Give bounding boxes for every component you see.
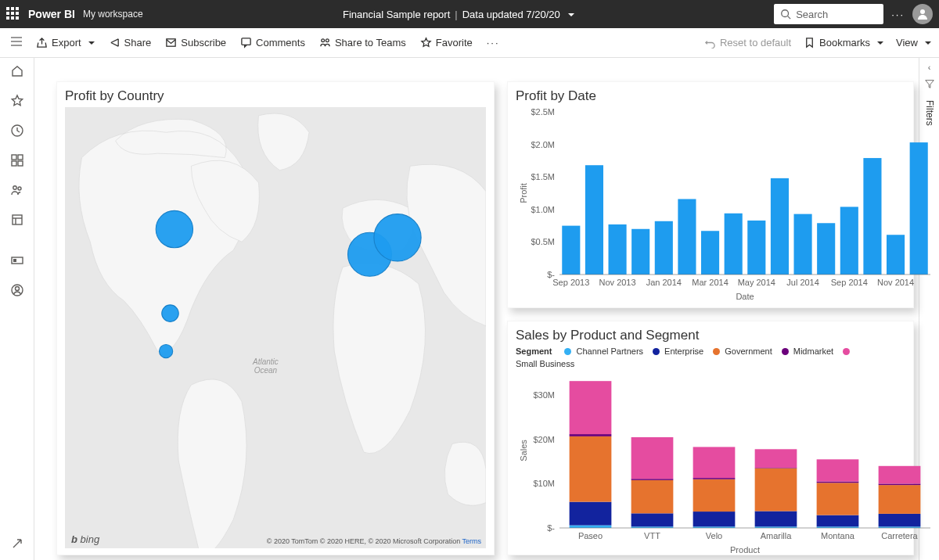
svg-text:$10M: $10M [533, 479, 555, 488]
home-icon[interactable] [10, 64, 24, 78]
svg-text:Date: Date [736, 292, 754, 301]
bar-chart: $-$0.5M$1.0M$1.5M$2.0M$2.5MProfitSep 201… [516, 107, 938, 303]
svg-rect-78 [693, 478, 736, 479]
bubble-usa[interactable] [162, 305, 179, 322]
svg-rect-46 [910, 142, 928, 275]
svg-rect-97 [879, 466, 921, 484]
svg-rect-73 [631, 437, 674, 479]
svg-rect-77 [693, 479, 736, 512]
report-title-area[interactable]: Financial Sample report | Data updated 7… [151, 9, 767, 20]
svg-text:Nov 2014: Nov 2014 [877, 278, 914, 287]
reset-button[interactable]: Reset to default [704, 37, 791, 48]
teams-icon [319, 37, 331, 48]
svg-text:May 2014: May 2014 [738, 278, 775, 287]
svg-rect-37 [701, 231, 719, 275]
expand-icon[interactable] [10, 537, 24, 551]
svg-rect-91 [817, 459, 859, 481]
comments-button[interactable]: Comments [240, 37, 305, 48]
svg-point-9 [326, 39, 329, 42]
svg-rect-11 [12, 155, 16, 160]
svg-rect-65 [570, 436, 612, 502]
subscribe-button[interactable]: Subscribe [165, 37, 226, 48]
deployment-icon[interactable] [10, 253, 24, 267]
profile-icon[interactable] [10, 283, 24, 297]
person-icon [916, 8, 929, 20]
chevron-down-icon [922, 37, 931, 48]
terms-link[interactable]: Terms [462, 537, 482, 545]
svg-rect-64 [570, 502, 612, 526]
apps-icon[interactable] [10, 153, 24, 167]
svg-rect-38 [725, 214, 743, 275]
chevron-left-icon[interactable]: ‹ [928, 63, 931, 72]
svg-text:Amarilla: Amarilla [761, 531, 793, 540]
workspace-link[interactable]: My workspace [83, 9, 143, 20]
ocean-label: AtlanticOcean [253, 357, 279, 375]
user-avatar[interactable] [912, 4, 933, 24]
favorites-icon[interactable] [10, 94, 24, 108]
svg-rect-76 [693, 512, 736, 526]
export-button[interactable]: Export [36, 37, 95, 48]
svg-point-0 [782, 10, 789, 17]
visual-profit-by-country[interactable]: Profit by Country [56, 81, 495, 555]
report-canvas: Profit by Date $-$0.5M$1.0M$1.5M$2.0M$2.… [34, 58, 919, 560]
svg-rect-21 [13, 259, 16, 262]
svg-line-1 [788, 16, 791, 20]
bubble-canada[interactable] [156, 210, 192, 247]
search-box[interactable]: Search [774, 4, 883, 24]
bubble-germany[interactable] [374, 214, 421, 261]
shared-icon[interactable] [10, 183, 24, 197]
svg-rect-71 [631, 480, 674, 513]
favorite-button[interactable]: Favorite [420, 37, 473, 48]
map[interactable]: AtlanticOcean b bing © 2020 TomTom © 202… [65, 107, 486, 548]
svg-text:Product: Product [730, 545, 760, 555]
svg-rect-41 [794, 214, 812, 275]
svg-rect-67 [570, 381, 612, 434]
svg-rect-63 [570, 526, 612, 528]
legend: SegmentChannel PartnersEnterpriseGovernm… [516, 346, 905, 368]
svg-rect-39 [747, 221, 765, 275]
svg-rect-36 [678, 199, 696, 275]
visual-profit-by-date[interactable]: Profit by Date $-$0.5M$1.0M$1.5M$2.0M$2.… [507, 81, 914, 308]
divider: | [455, 9, 457, 20]
svg-point-16 [18, 187, 21, 190]
top-bar: Power BI My workspace Financial Sample r… [0, 0, 939, 28]
bubble-mexico[interactable] [160, 344, 173, 357]
recent-icon[interactable] [10, 124, 24, 138]
svg-rect-90 [817, 482, 859, 483]
svg-text:Sales: Sales [519, 440, 528, 461]
workspaces-icon[interactable] [10, 213, 24, 227]
left-nav-rail [0, 58, 34, 560]
more-commands-icon[interactable]: ··· [487, 37, 500, 48]
svg-text:Velo: Velo [706, 531, 722, 540]
svg-text:$2.0M: $2.0M [531, 140, 555, 149]
svg-rect-32 [585, 165, 603, 275]
svg-text:$-: $- [547, 523, 555, 533]
svg-text:Sep 2013: Sep 2013 [552, 278, 589, 287]
svg-text:$1.0M: $1.0M [531, 205, 555, 214]
svg-rect-34 [631, 229, 649, 275]
visual-sales-by-product-segment[interactable]: Sales by Product and Segment SegmentChan… [507, 321, 914, 555]
chevron-down-icon [565, 9, 574, 20]
svg-rect-33 [609, 224, 627, 275]
nav-toggle-icon[interactable] [9, 34, 23, 51]
svg-text:$20M: $20M [533, 435, 555, 444]
svg-rect-17 [13, 215, 22, 224]
svg-rect-31 [562, 226, 580, 275]
more-options-icon[interactable]: ··· [891, 9, 905, 20]
svg-rect-12 [18, 155, 23, 160]
app-launcher-icon[interactable] [6, 7, 20, 21]
svg-text:Nov 2013: Nov 2013 [599, 278, 636, 287]
bing-logo: b bing [71, 533, 99, 545]
svg-text:Paseo: Paseo [578, 531, 603, 540]
share-teams-button[interactable]: Share to Teams [319, 37, 406, 48]
undo-icon [704, 37, 716, 48]
svg-rect-83 [755, 468, 797, 512]
svg-rect-43 [840, 206, 858, 275]
visual-title: Sales by Product and Segment [516, 328, 905, 343]
share-button[interactable]: Share [109, 37, 152, 48]
bookmarks-button[interactable]: Bookmarks [804, 37, 883, 48]
svg-text:Montana: Montana [821, 531, 855, 540]
brand-label: Power BI [28, 8, 75, 20]
view-button[interactable]: View [896, 37, 931, 48]
bookmark-icon [804, 37, 815, 48]
